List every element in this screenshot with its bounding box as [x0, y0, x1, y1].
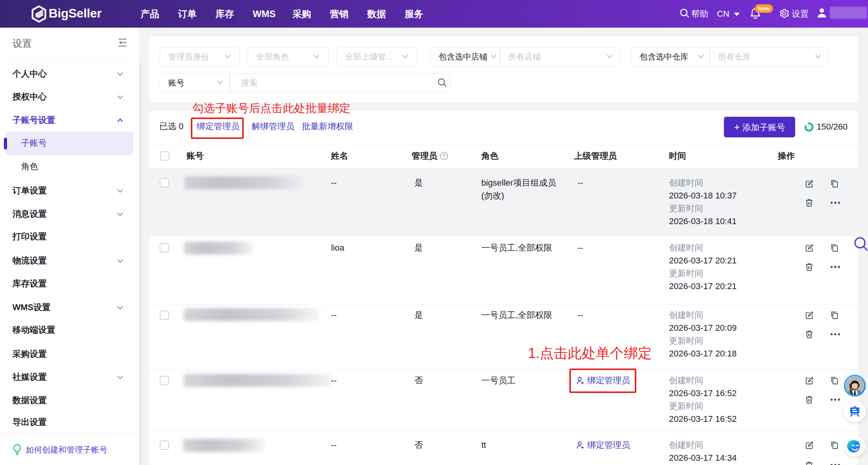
svg-text:?: ?: [443, 153, 446, 159]
